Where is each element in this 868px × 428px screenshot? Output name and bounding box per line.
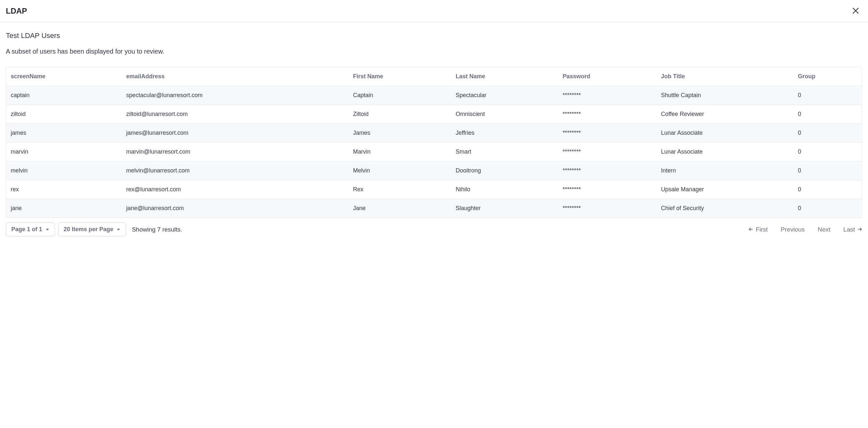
table-row: rexrex@lunarresort.comRexNihilo********U… xyxy=(6,180,862,199)
cell-emailaddress: spectacular@lunarresort.com xyxy=(122,86,349,105)
cell-screenname: captain xyxy=(6,86,122,105)
cell-jobtitle: Lunar Associate xyxy=(656,143,793,161)
next-page-link[interactable]: Next xyxy=(818,226,830,233)
section-subtitle: Test LDAP Users xyxy=(6,31,862,40)
users-table: screenName emailAddress First Name Last … xyxy=(6,67,862,218)
cell-firstname: Rex xyxy=(348,180,451,199)
cell-firstname: James xyxy=(348,124,451,143)
cell-password: ******** xyxy=(558,180,656,199)
cell-group: 0 xyxy=(793,199,862,218)
cell-group: 0 xyxy=(793,86,862,105)
page-select-label: Page 1 of 1 xyxy=(11,226,42,233)
cell-password: ******** xyxy=(558,199,656,218)
pagination-bar: Page 1 of 1 20 Items per Page Showing 7 … xyxy=(0,218,868,242)
cell-screenname: melvin xyxy=(6,161,122,180)
arrow-right-icon xyxy=(858,226,862,233)
col-header-group[interactable]: Group xyxy=(793,67,862,86)
cell-jobtitle: Intern xyxy=(656,161,793,180)
cell-emailaddress: jane@lunarresort.com xyxy=(122,199,349,218)
cell-lastname: Nihilo xyxy=(451,180,558,199)
col-header-password[interactable]: Password xyxy=(558,67,656,86)
cell-group: 0 xyxy=(793,124,862,143)
cell-screenname: rex xyxy=(6,180,122,199)
cell-group: 0 xyxy=(793,143,862,161)
cell-emailaddress: ziltoid@lunarresort.com xyxy=(122,105,349,124)
modal-title: LDAP xyxy=(6,6,27,16)
section-description: A subset of users has been displayed for… xyxy=(6,48,862,55)
cell-lastname: Omniscient xyxy=(451,105,558,124)
cell-jobtitle: Shuttle Captain xyxy=(656,86,793,105)
cell-screenname: marvin xyxy=(6,143,122,161)
cell-password: ******** xyxy=(558,105,656,124)
cell-emailaddress: marvin@lunarresort.com xyxy=(122,143,349,161)
content-area: Test LDAP Users A subset of users has be… xyxy=(0,22,868,218)
items-per-page-label: 20 Items per Page xyxy=(64,226,113,233)
cell-firstname: Ziltoid xyxy=(348,105,451,124)
cell-lastname: Smart xyxy=(451,143,558,161)
pagination-right-group: First Previous Next Last xyxy=(748,226,862,233)
col-header-firstname[interactable]: First Name xyxy=(348,67,451,86)
cell-firstname: Melvin xyxy=(348,161,451,180)
first-page-label: First xyxy=(756,226,768,233)
table-row: jamesjames@lunarresort.comJamesJeffries*… xyxy=(6,124,862,143)
cell-password: ******** xyxy=(558,161,656,180)
cell-password: ******** xyxy=(558,143,656,161)
cell-password: ******** xyxy=(558,124,656,143)
table-row: marvinmarvin@lunarresort.comMarvinSmart*… xyxy=(6,143,862,161)
col-header-jobtitle[interactable]: Job Title xyxy=(656,67,793,86)
cell-firstname: Jane xyxy=(348,199,451,218)
next-page-label: Next xyxy=(818,226,830,233)
cell-screenname: jane xyxy=(6,199,122,218)
cell-emailaddress: james@lunarresort.com xyxy=(122,124,349,143)
cell-lastname: Slaughter xyxy=(451,199,558,218)
cell-lastname: Jeffries xyxy=(451,124,558,143)
arrow-left-icon xyxy=(748,226,753,233)
table-row: melvinmelvin@lunarresort.comMelvinDooitr… xyxy=(6,161,862,180)
table-row: ziltoidziltoid@lunarresort.comZiltoidOmn… xyxy=(6,105,862,124)
close-icon xyxy=(852,7,860,16)
users-table-container: screenName emailAddress First Name Last … xyxy=(6,67,862,218)
cell-firstname: Marvin xyxy=(348,143,451,161)
results-count-text: Showing 7 results. xyxy=(132,226,182,233)
close-button[interactable] xyxy=(850,6,861,16)
modal-header: LDAP xyxy=(0,0,868,22)
previous-page-label: Previous xyxy=(781,226,805,233)
cell-lastname: Dooitrong xyxy=(451,161,558,180)
cell-emailaddress: melvin@lunarresort.com xyxy=(122,161,349,180)
cell-screenname: james xyxy=(6,124,122,143)
cell-jobtitle: Upsale Manager xyxy=(656,180,793,199)
table-header-row: screenName emailAddress First Name Last … xyxy=(6,67,862,86)
cell-group: 0 xyxy=(793,105,862,124)
table-row: captainspectacular@lunarresort.comCaptai… xyxy=(6,86,862,105)
last-page-link[interactable]: Last xyxy=(843,226,862,233)
col-header-screenname[interactable]: screenName xyxy=(6,67,122,86)
cell-jobtitle: Coffee Reviewer xyxy=(656,105,793,124)
last-page-label: Last xyxy=(843,226,855,233)
caret-down-icon xyxy=(45,227,49,232)
items-per-page-dropdown[interactable]: 20 Items per Page xyxy=(58,222,126,236)
cell-group: 0 xyxy=(793,180,862,199)
cell-lastname: Spectacular xyxy=(451,86,558,105)
col-header-lastname[interactable]: Last Name xyxy=(451,67,558,86)
cell-jobtitle: Chief of Security xyxy=(656,199,793,218)
previous-page-link[interactable]: Previous xyxy=(781,226,805,233)
cell-password: ******** xyxy=(558,86,656,105)
caret-down-icon xyxy=(117,227,120,232)
first-page-link[interactable]: First xyxy=(748,226,768,233)
cell-screenname: ziltoid xyxy=(6,105,122,124)
cell-group: 0 xyxy=(793,161,862,180)
cell-firstname: Captain xyxy=(348,86,451,105)
pagination-left-group: Page 1 of 1 20 Items per Page Showing 7 … xyxy=(6,222,182,236)
table-row: janejane@lunarresort.comJaneSlaughter***… xyxy=(6,199,862,218)
cell-jobtitle: Lunar Associate xyxy=(656,124,793,143)
cell-emailaddress: rex@lunarresort.com xyxy=(122,180,349,199)
col-header-emailaddress[interactable]: emailAddress xyxy=(122,67,349,86)
page-select-dropdown[interactable]: Page 1 of 1 xyxy=(6,222,55,236)
